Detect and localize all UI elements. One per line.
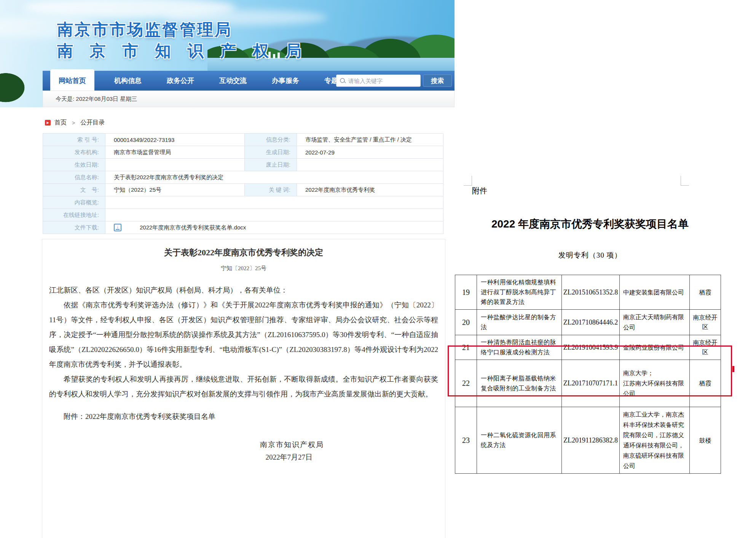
nav-tab-home[interactable]: 网站首页 [50, 69, 94, 91]
meta-value-effective-date [105, 159, 245, 171]
patent-owner: 南京工业大学，南京杰科丰环保技术装备研究院有限公司，江苏德义通环保科技有限公司，… [620, 407, 690, 474]
row-number: 22 [455, 360, 477, 407]
row-number: 23 [455, 407, 477, 474]
district: 南京经开区 [690, 310, 721, 335]
district: 栖霞 [690, 360, 721, 407]
search-button[interactable]: 搜索 [423, 75, 452, 87]
table-row: 21 一种清热养阴活血祛瘀的脉络宁口服液成分检测方法 ZL20191004159… [455, 335, 721, 360]
breadcrumb-separator: > [72, 120, 75, 126]
patent-number: ZL201510651352.8 [562, 275, 620, 310]
patent-name: 一种阳离子树脂基载锆纳米复合吸附剂的工业制备方法 [477, 360, 562, 407]
meta-label-summary: 内容概览: [43, 196, 105, 209]
nav-tabs: 网站首页 机构信息 政务公开 互动交流 办事服务 专题专栏 [43, 71, 357, 91]
table-row: 23 一种二氧化硫资源化回用系统及方法 ZL201911286382.8 南京工… [455, 407, 721, 474]
patent-number: ZL201911286382.8 [562, 407, 620, 474]
document-paragraph-1: 依据《南京市优秀专利奖评选办法（修订）》和《关于开展2022年度南京市优秀专利奖… [49, 298, 438, 372]
document-salutation: 江北新区、各区（开发区）知识产权局（科创局、科才局），各有关单位： [49, 283, 438, 298]
main-navbar: 网站首页 机构信息 政务公开 互动交流 办事服务 专题专栏 搜索 [43, 71, 455, 91]
district: 南京经开区 [690, 335, 721, 360]
document-number: 宁知〔2022〕25号 [49, 265, 438, 272]
patent-owner: 中建安装集团有限公司 [620, 275, 690, 310]
nav-tab-services[interactable]: 办事服务 [266, 71, 305, 91]
document-title: 关于表彰2022年度南京市优秀专利奖的决定 [49, 247, 438, 258]
download-icon[interactable]: ↓ [114, 224, 121, 231]
table-row: 20 一种盐酸伊达比星的制备方法 ZL201710864446.2 南京正大天晴… [455, 310, 721, 335]
meta-label-gen-date: 生成日期: [245, 146, 297, 159]
patent-name: 一种盐酸伊达比星的制备方法 [477, 310, 562, 335]
table-row-highlighted: 22 一种阳离子树脂基载锆纳米复合吸附剂的工业制备方法 ZL2017107071… [455, 360, 721, 407]
search-input[interactable] [348, 78, 413, 84]
attachment-title: 2022 年度南京市优秀专利奖获奖项目名单 [455, 217, 725, 231]
row-number: 20 [455, 310, 477, 335]
page-corner-mark-right [681, 176, 689, 186]
meta-label-online-link: 在线链接地址: [43, 209, 105, 221]
meta-value-summary [105, 196, 443, 209]
page-corner-mark-left [464, 176, 472, 186]
highlight-handle-mark [732, 366, 734, 372]
patent-owner: 南京大学； 江苏南大环保科技有限公司 [620, 360, 690, 407]
meta-value-gen-date: 2022-07-29 [297, 146, 443, 159]
patent-owner: 金陵药业股份有限公司 [620, 335, 690, 360]
meta-label-doc-number: 文 号: [43, 184, 105, 196]
breadcrumb-play-icon: ▶ [45, 120, 51, 126]
patent-number: ZL201910041593.9 [562, 335, 620, 360]
meta-value-info-name: 关于表彰2022年度南京市优秀专利奖的决定 [105, 171, 443, 184]
foliage-decoration [0, 72, 35, 107]
breadcrumb-current-link[interactable]: 公开目录 [80, 119, 105, 127]
attachment-label: 附件 [472, 186, 487, 196]
search-area: 搜索 [336, 75, 452, 87]
document-body: 江北新区、各区（开发区）知识产权局（科创局、科才局），各有关单位： 依据《南京市… [49, 283, 438, 401]
official-document: 关于表彰2022年度南京市优秀专利奖的决定 宁知〔2022〕25号 江北新区、各… [42, 239, 445, 538]
patent-name: 一种利用催化精馏规整填料进行叔丁醇脱水制高纯异丁烯的装置及方法 [477, 275, 562, 310]
meta-label-info-name: 信息名称: [43, 171, 105, 184]
document-signer: 南京市知识产权局 [49, 440, 438, 450]
nav-tab-interaction[interactable]: 互动交流 [214, 71, 252, 91]
row-number: 21 [455, 335, 477, 360]
document-sign-date: 2022年7月27日 [49, 452, 438, 462]
date-bar: 今天是: 2022年08月03日 星期三 [43, 91, 455, 107]
meta-value-publisher: 南京市市场监督管理局 [105, 146, 245, 159]
meta-value-category: 市场监管、安全生产监管 / 重点工作 / 决定 [297, 134, 443, 146]
meta-label-keyword: 关 键 词: [245, 184, 297, 196]
patent-owner: 南京正大天晴制药有限公司 [620, 310, 690, 335]
document-metadata-table: 索 引 号: 000014349/2022-73193 信息分类: 市场监管、安… [43, 133, 443, 234]
meta-label-index: 索 引 号: [43, 134, 105, 146]
meta-value-keyword: 2022年度南京市优秀专利奖 [297, 184, 443, 196]
meta-value-online-link [105, 209, 443, 221]
attachment-subtitle: 发明专利（30 项） [455, 250, 725, 260]
breadcrumb-home-link[interactable]: 首页 [54, 119, 67, 127]
district: 鼓楼 [690, 407, 721, 474]
district: 栖霞 [690, 275, 721, 310]
meta-value-download: ↓ 2022年度南京市优秀专利奖获奖名单.docx [105, 221, 443, 234]
row-number: 19 [455, 275, 477, 310]
agency-title-line2: 南 京 市 知 识 产 权 局 [57, 40, 308, 62]
meta-label-effective-date: 生效日期: [43, 159, 105, 171]
meta-label-download: 文件下载: [43, 221, 105, 234]
table-row: 19 一种利用催化精馏规整填料进行叔丁醇脱水制高纯异丁烯的装置及方法 ZL201… [455, 275, 721, 310]
patent-name: 一种二氧化硫资源化回用系统及方法 [477, 407, 562, 474]
patent-number: ZL201710864446.2 [562, 310, 620, 335]
search-icon [340, 78, 346, 84]
meta-label-publisher: 发布机构: [43, 146, 105, 159]
meta-label-category: 信息分类: [245, 134, 297, 146]
agency-title-line1: 南京市市场监督管理局 [57, 19, 232, 40]
meta-value-abolish-date [297, 159, 443, 171]
nav-tab-org-info[interactable]: 机构信息 [109, 71, 147, 91]
current-date-text: 今天是: 2022年08月03日 星期三 [56, 96, 137, 103]
download-file-link[interactable]: 2022年度南京市优秀专利奖获奖名单.docx [140, 224, 246, 231]
patent-name: 一种清热养阴活血祛瘀的脉络宁口服液成分检测方法 [477, 335, 562, 360]
breadcrumb: ▶ 首页 > 公开目录 [45, 119, 105, 127]
meta-value-index: 000014349/2022-73193 [105, 134, 245, 146]
page: 南京市市场监督管理局 南 京 市 知 识 产 权 局 网站首页 机构信息 政务公… [0, 0, 756, 538]
document-attachment-line: 附件：2022年度南京市优秀专利奖获奖项目名单 [49, 412, 438, 422]
search-box [336, 75, 421, 87]
patent-award-table: 19 一种利用催化精馏规整填料进行叔丁醇脱水制高纯异丁烯的装置及方法 ZL201… [455, 275, 721, 474]
nav-tab-gov-disclosure[interactable]: 政务公开 [161, 71, 199, 91]
meta-value-doc-number: 宁知（2022）25号 [105, 184, 245, 196]
meta-label-abolish-date: 废止日期: [245, 159, 297, 171]
document-paragraph-2: 希望获奖的专利权人和发明人再接再厉，继续锐意进取、开拓创新，不断取得新成绩。全市… [49, 372, 438, 401]
patent-number: ZL201710707171.1 [562, 360, 620, 407]
